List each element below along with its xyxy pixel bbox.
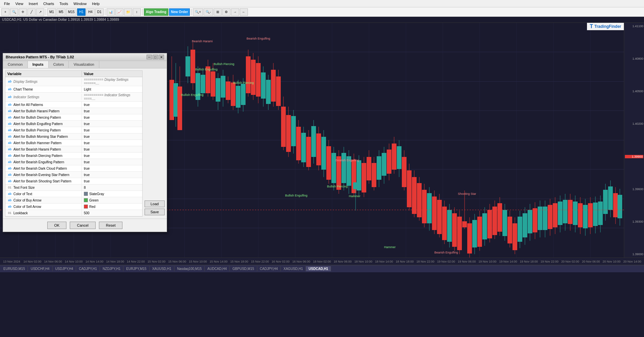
table-row[interactable]: ab Alert for All Patterns true (5, 102, 142, 108)
tf-d1[interactable]: D1 (95, 8, 104, 16)
row-value: 8 (84, 186, 86, 189)
tab-colors[interactable]: Colors (49, 61, 69, 68)
maximize-button[interactable]: □ (153, 55, 158, 59)
table-row[interactable]: 01 Lookback 500 (5, 210, 142, 216)
zoom-in-button[interactable]: 🔍 (10, 8, 18, 16)
tab-usdcad-h1[interactable]: USDCAD,H1 (306, 266, 331, 271)
table-row[interactable]: ab Alert for Bearish Engulfing Pattern t… (5, 159, 142, 165)
algo-trading-button[interactable]: Algo Trading (144, 8, 168, 16)
crosshair-button[interactable]: ✛ (19, 8, 27, 16)
tab-nasdaq-m15[interactable]: Nasdaq100,M15 (174, 266, 205, 271)
table-row[interactable]: ab Alert for Bullish Engulfing Pattern t… (5, 121, 142, 127)
tab-usdchf-h4[interactable]: USDCHF,H4 (28, 266, 52, 271)
indicators-button[interactable]: 📈 (115, 8, 123, 16)
svg-rect-92 (331, 153, 336, 183)
table-row[interactable]: ab Alert for Bullish Morning Star Patter… (5, 133, 142, 140)
buy-btn[interactable]: → (231, 8, 239, 16)
table-row[interactable]: 01 Text Font Size 8 (5, 184, 142, 191)
new-order-button[interactable]: New Order (169, 8, 190, 16)
row-label: Chart Theme (13, 88, 33, 91)
table-row[interactable]: ab Alert for Bearish Diercing Pattern tr… (5, 153, 142, 159)
tab-common[interactable]: Common (3, 61, 28, 68)
svg-rect-200 (598, 202, 603, 225)
tf-m1[interactable]: M1 (47, 8, 56, 16)
table-row[interactable]: ab Alert for Bullish Diercing Pattern tr… (5, 114, 142, 121)
svg-text:Bearish Harami: Bearish Harami (192, 40, 213, 43)
menu-charts[interactable]: Charts (41, 1, 57, 6)
col-value-header: Value (82, 71, 142, 77)
tab-cadjpy-h4[interactable]: CADJPY,H4 (257, 266, 281, 271)
load-button[interactable]: Load (145, 201, 165, 207)
zoom-in-btn[interactable]: 🔍+ (193, 8, 203, 16)
table-row[interactable]: ab Color of Sell Arrow Red (5, 204, 142, 210)
time-label: 16 Nov 06:00 (291, 260, 312, 263)
table-row[interactable]: ab Chart Theme Light (5, 86, 142, 93)
chart-type-button[interactable]: 📊 (107, 8, 115, 16)
tab-gbpusd-m15[interactable]: GBPUSD,M15 (230, 266, 257, 271)
table-row[interactable]: ab Indicator Settings ========== Indicat… (5, 93, 142, 102)
time-label: 19 Nov 18:00 (519, 260, 539, 263)
table-row[interactable]: ab Alert for Bearish Harami Pattern true (5, 146, 142, 153)
table-row[interactable]: ab Alert for Bearish Shooting Start Patt… (5, 178, 142, 184)
svg-rect-88 (321, 137, 326, 170)
table-row[interactable]: ab Alert for Bullish Harami Pattern true (5, 108, 142, 114)
arrow-button[interactable]: ↕ (133, 8, 141, 16)
dialog-title: Bheurekso Pattern MT5 - By TFlab 1.02 (6, 55, 74, 59)
menu-view[interactable]: View (13, 1, 26, 6)
sell-btn[interactable]: ← (240, 8, 248, 16)
table-row[interactable]: ab Display Settings ========== Display S… (5, 77, 142, 86)
menu-window[interactable]: Window (71, 1, 89, 6)
template-button[interactable]: 📁 (124, 8, 132, 16)
tab-eurjpy-m15[interactable]: EURJPY,M15 (123, 266, 149, 271)
close-button[interactable]: ✕ (159, 55, 164, 59)
tf-m5[interactable]: M5 (57, 8, 65, 16)
table-row[interactable]: ab Alert for Bearish Dark Cloud Pattern … (5, 165, 142, 172)
table-row[interactable]: ab Color of Text SlateGray (5, 191, 142, 197)
row-label: Alert for Bearish Engulfing Pattern (13, 160, 64, 164)
menu-insert[interactable]: Insert (26, 1, 41, 6)
tf-h4[interactable]: H4 (86, 8, 95, 16)
cell-variable: ab Alert for Bullish Diercing Pattern (5, 114, 82, 120)
tab-xauusd-h1[interactable]: XAUUSD,H1 (150, 266, 174, 271)
tab-cadjpy-h1[interactable]: CADJPY,H1 (76, 266, 100, 271)
line-button[interactable]: ╱ (28, 8, 36, 16)
tab-eurusd-m15[interactable]: EURUSD,M15 (1, 266, 28, 271)
cancel-button[interactable]: Cancel (70, 222, 95, 229)
cell-variable: ab Color of Buy Arrow (5, 197, 82, 203)
row-value: ========== Indicator Settings ====.... (84, 93, 140, 101)
table-row[interactable]: ab Alert for Bullish Hammer Pattern true (5, 140, 142, 146)
menu-tools[interactable]: Tools (57, 1, 71, 6)
auto-scroll-btn[interactable]: ⊞ (214, 8, 222, 16)
new-chart-button[interactable]: + (1, 8, 9, 16)
tf-h1[interactable]: H1 (77, 8, 86, 16)
reset-button[interactable]: Reset (99, 222, 123, 229)
svg-rect-190 (573, 202, 578, 225)
tab-audcad-h4[interactable]: AUDCAD,H4 (205, 266, 230, 271)
menu-file[interactable]: File (1, 1, 13, 6)
svg-rect-208 (618, 195, 622, 218)
ab-icon: ab (7, 87, 12, 92)
table-row[interactable]: ab Alert for Bearish Evening Star Patter… (5, 172, 142, 178)
save-button[interactable]: Save (145, 209, 165, 215)
tab-nzdjpy-h1[interactable]: NZDJPY,H1 (100, 266, 123, 271)
row-value: Green (89, 199, 99, 202)
tf-m15[interactable]: M15 (66, 8, 76, 16)
row-label: Alert for Bearish Diercing Pattern (13, 154, 62, 158)
row-label: Alert for Bearish Harami Pattern (13, 148, 61, 151)
svg-rect-34 (185, 56, 190, 76)
tab-usdjpy-h4[interactable]: USDJPY,H4 (53, 266, 76, 271)
minimize-button[interactable]: ─ (147, 55, 152, 59)
table-row[interactable]: ab Alert for Bullish Piercing Pattern tr… (5, 127, 142, 133)
tab-inputs[interactable]: Inputs (28, 61, 49, 68)
settings-btn[interactable]: ⚙ (222, 8, 230, 16)
ab-icon: ab (7, 141, 12, 145)
zoom-out-btn[interactable]: 🔍- (204, 8, 213, 16)
table-row[interactable]: ab Color of Buy Arrow Green (5, 197, 142, 204)
tab-xagusd-h1[interactable]: XAGUSD,H1 (281, 266, 306, 271)
ok-button[interactable]: OK (47, 222, 67, 229)
menu-help[interactable]: Help (89, 1, 102, 6)
tab-visualization[interactable]: Visualization (69, 61, 99, 68)
trendline-button[interactable]: ↗ (36, 8, 44, 16)
ab-icon: ab (7, 79, 12, 84)
ab-icon: ab (7, 128, 12, 132)
